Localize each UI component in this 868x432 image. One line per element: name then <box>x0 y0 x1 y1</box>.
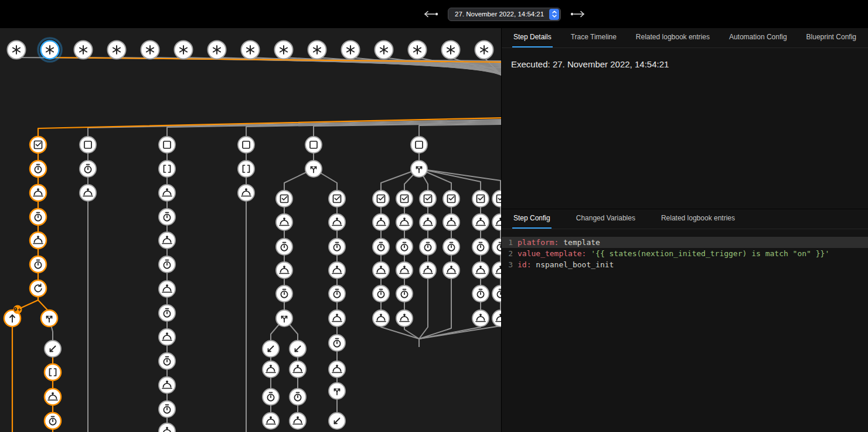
trace-node-bell[interactable] <box>472 310 489 326</box>
trace-node-asterisk[interactable] <box>442 41 460 59</box>
trace-node-timer[interactable] <box>329 335 345 351</box>
trace-node-asterisk[interactable] <box>409 41 427 59</box>
trace-node-check-square[interactable] <box>472 191 489 207</box>
trace-node-timer[interactable] <box>30 209 46 225</box>
trace-node-timer[interactable] <box>159 353 175 369</box>
run-selector[interactable]: 27. November 2022, 14:54:21 <box>448 8 561 21</box>
trace-node-timer[interactable] <box>329 285 345 302</box>
trace-node-timer[interactable] <box>492 285 501 302</box>
trace-node-bell[interactable] <box>373 214 389 230</box>
trace-node-asterisk[interactable] <box>275 41 293 59</box>
trace-node-bell[interactable] <box>443 214 459 230</box>
trace-node-arrow-bl[interactable] <box>290 341 306 357</box>
trace-node-timer[interactable] <box>420 239 436 255</box>
trace-node-square[interactable] <box>305 137 322 153</box>
trace-node-bell[interactable] <box>492 262 501 278</box>
trace-node-bell[interactable] <box>159 185 175 201</box>
trace-node-timer[interactable] <box>45 413 61 429</box>
trace-node-brackets[interactable] <box>238 161 254 177</box>
trace-graph-canvas[interactable]: 9+ <box>0 0 501 432</box>
trace-node-asterisk[interactable] <box>8 41 26 59</box>
trace-node-bell[interactable] <box>420 262 436 278</box>
trace-node-timer[interactable] <box>329 239 345 255</box>
trace-node-check-square[interactable] <box>373 191 389 207</box>
trace-node-bell[interactable] <box>373 310 389 326</box>
trace-node-timer[interactable] <box>159 401 175 417</box>
tab-step-details[interactable]: Step Details <box>512 33 553 47</box>
trace-node-bell[interactable] <box>159 329 175 345</box>
trace-node-arrow-bl[interactable] <box>263 341 279 357</box>
trace-node-bell[interactable] <box>443 262 459 278</box>
next-run-button[interactable] <box>569 9 587 19</box>
trace-node-timer[interactable] <box>396 239 413 255</box>
trace-node-check-square[interactable] <box>443 191 459 207</box>
trace-node-split[interactable] <box>411 161 427 177</box>
trace-node-timer[interactable] <box>263 389 279 405</box>
trace-node-check-square[interactable] <box>30 137 46 153</box>
trace-node-bell[interactable] <box>396 214 413 230</box>
trace-node-timer[interactable] <box>80 161 96 177</box>
trace-node-brackets[interactable] <box>159 161 175 177</box>
tab-trace-timeline[interactable]: Trace Timeline <box>570 33 618 47</box>
trace-node-square[interactable] <box>238 137 254 153</box>
trace-node-arrow-bl[interactable] <box>45 341 61 357</box>
trace-node-split[interactable] <box>329 383 345 399</box>
trace-node-square[interactable] <box>159 137 175 153</box>
trace-node-timer[interactable] <box>373 285 389 302</box>
trace-node-timer[interactable] <box>30 161 46 177</box>
trace-node-split[interactable] <box>41 310 57 326</box>
trace-node-bell[interactable] <box>276 214 292 230</box>
trace-node-bell[interactable] <box>159 232 175 249</box>
trace-node-arrow-bl[interactable] <box>329 413 345 429</box>
trace-node-bell[interactable] <box>45 389 61 405</box>
trace-node-split[interactable] <box>305 161 322 177</box>
trace-node-brackets[interactable] <box>45 364 61 380</box>
trace-node-check-square[interactable] <box>396 191 413 207</box>
trace-node-bell[interactable] <box>373 262 389 278</box>
trace-node-asterisk[interactable] <box>342 41 360 59</box>
trace-node-bell[interactable] <box>396 262 413 278</box>
trace-node-bell[interactable] <box>420 214 436 230</box>
tab-blueprint-config[interactable]: Blueprint Config <box>805 33 857 47</box>
trace-node-timer[interactable] <box>159 305 175 321</box>
trace-node-split[interactable] <box>276 310 292 326</box>
trace-node-asterisk[interactable] <box>241 41 260 59</box>
trace-node-bell[interactable] <box>238 185 254 201</box>
tab-automation-config[interactable]: Automation Config <box>728 33 788 47</box>
trace-node-bell[interactable] <box>80 185 96 201</box>
trace-node-bell[interactable] <box>329 361 345 377</box>
trace-node-timer[interactable] <box>373 239 389 255</box>
trace-node-asterisk[interactable] <box>175 41 193 59</box>
trace-node-timer[interactable] <box>276 285 292 302</box>
trace-node-bell[interactable] <box>30 185 46 201</box>
trace-node-asterisk[interactable] <box>475 41 493 59</box>
trace-node-check-square[interactable] <box>276 191 292 207</box>
trace-node-timer[interactable] <box>290 389 306 405</box>
trace-node-asterisk[interactable] <box>141 41 159 59</box>
trace-node-bell[interactable] <box>492 310 501 326</box>
trace-node-timer[interactable] <box>443 239 459 255</box>
trace-node-asterisk[interactable] <box>208 41 226 59</box>
tab-related-logbook-entries[interactable]: Related logbook entries <box>635 33 711 47</box>
trace-node-check-square[interactable] <box>492 191 501 207</box>
trace-node-timer[interactable] <box>276 239 292 255</box>
trace-node-bell[interactable] <box>159 423 175 432</box>
trace-node-bell[interactable] <box>30 232 46 249</box>
trace-node-bell[interactable] <box>396 310 413 326</box>
trace-node-bell[interactable] <box>290 361 306 377</box>
tab-config-related-logbook-entries[interactable]: Related logbook entries <box>660 214 736 229</box>
trace-node-asterisk[interactable] <box>38 38 62 62</box>
trace-node-asterisk[interactable] <box>74 41 93 59</box>
trace-node-bell[interactable] <box>492 214 501 230</box>
trace-node-bell[interactable] <box>159 377 175 393</box>
trace-node-check-square[interactable] <box>420 191 436 207</box>
trace-node-repeat[interactable] <box>30 280 46 297</box>
trace-node-asterisk[interactable] <box>308 41 326 59</box>
trace-node-bell[interactable] <box>159 281 175 297</box>
trace-node-bell[interactable] <box>263 361 279 377</box>
trace-node-bell[interactable] <box>472 262 489 278</box>
trace-node-bell[interactable] <box>329 262 345 278</box>
trace-node-bell[interactable] <box>472 214 489 230</box>
trace-node-timer[interactable] <box>159 256 175 273</box>
trace-node-bell[interactable] <box>290 413 306 429</box>
